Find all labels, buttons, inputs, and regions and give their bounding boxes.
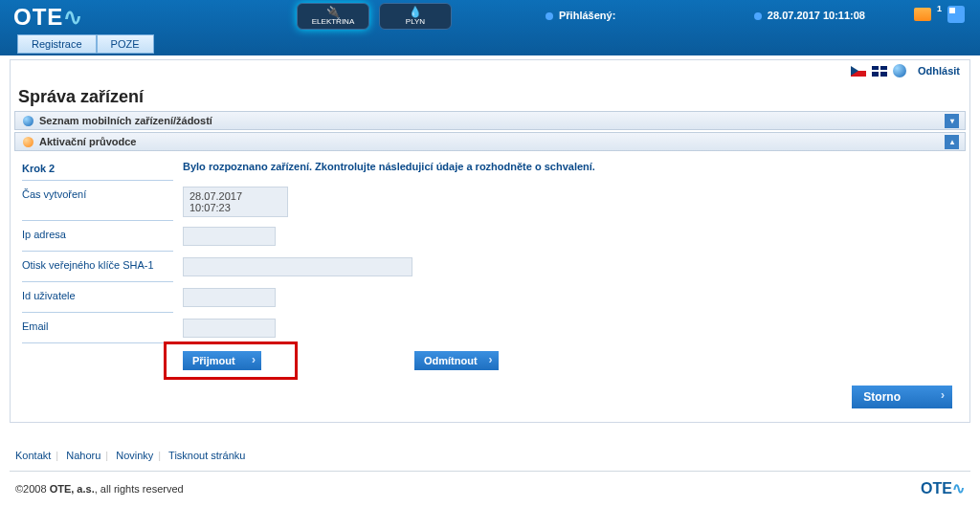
footer-logo: OTE∿ — [921, 479, 965, 497]
window-icon[interactable] — [947, 6, 965, 23]
nav-tabs: Registrace POZE — [17, 34, 154, 54]
status-dot-icon — [754, 12, 762, 20]
tab-poze[interactable]: POZE — [97, 34, 154, 54]
bullet-blue-icon — [23, 116, 33, 126]
mail-badge: 1 — [937, 4, 942, 13]
flame-icon: 💧 — [409, 7, 422, 17]
step-label: Krok 2 — [22, 157, 173, 181]
wizard-body: Krok 2 Bylo rozpoznano zařízení. Zkontro… — [11, 151, 969, 380]
label-email: Email — [22, 315, 173, 343]
tab-registrace[interactable]: Registrace — [17, 34, 97, 54]
footer-link-tisknout[interactable]: Tisknout stránku — [168, 450, 245, 461]
reject-button[interactable]: Odmítnout — [414, 351, 499, 370]
section-electricity[interactable]: 🔌 ELEKTŘINA — [297, 3, 369, 30]
accordion-wizard-label: Aktivační průvodce — [39, 136, 136, 147]
copyright-bar: ©2008 OTE, a.s., all rights reserved OTE… — [10, 471, 970, 505]
status-dot-icon — [546, 12, 553, 20]
header-datetime: 28.07.2017 10:11:08 — [754, 10, 865, 21]
top-header: OTE∿ 🔌 ELEKTŘINA 💧 PLYN Přihlášený: 28.0… — [0, 0, 980, 55]
accordion-device-list-label: Seznam mobilních zařízení/žádostí — [39, 115, 212, 126]
logged-in-label: Přihlášený: — [546, 10, 615, 21]
section-gas[interactable]: 💧 PLYN — [379, 3, 452, 30]
section-switcher: 🔌 ELEKTŘINA 💧 PLYN — [297, 3, 452, 30]
label-ip: Ip adresa — [22, 223, 173, 252]
copyright-text: ©2008 OTE, a.s., all rights reserved — [15, 483, 184, 495]
footer-link-nahoru[interactable]: Nahoru — [66, 450, 100, 461]
section-gas-label: PLYN — [406, 17, 425, 26]
value-fingerprint — [183, 257, 412, 276]
mail-icon[interactable] — [914, 8, 931, 21]
value-created: 28.07.2017 10:07:23 — [183, 187, 288, 217]
footer-link-novinky[interactable]: Novinky — [116, 450, 153, 461]
content-panel: Odhlásit Správa zařízení Seznam mobilníc… — [10, 59, 970, 423]
accordion-wizard[interactable]: Aktivační průvodce ▴ — [14, 132, 966, 151]
cancel-button[interactable]: Storno — [852, 386, 952, 408]
label-userid: Id uživatele — [22, 284, 173, 313]
logo: OTE∿ — [13, 4, 83, 31]
footer-link-kontakt[interactable]: Kontakt — [15, 450, 51, 461]
chevron-down-icon[interactable]: ▾ — [945, 114, 959, 128]
footer-links: Kontakt| Nahoru| Novinky| Tisknout strán… — [10, 444, 970, 471]
accept-button[interactable]: Přijmout — [183, 351, 261, 370]
value-userid — [183, 288, 276, 307]
header-icons: 1 — [914, 6, 965, 23]
flag-uk-icon[interactable] — [872, 66, 887, 77]
section-electricity-label: ELEKTŘINA — [312, 17, 354, 26]
label-created: Čas vytvoření — [22, 183, 173, 221]
logo-wave-icon: ∿ — [952, 480, 965, 496]
accordion-device-list[interactable]: Seznam mobilních zařízení/žádostí ▾ — [14, 111, 966, 130]
chevron-up-icon[interactable]: ▴ — [945, 135, 959, 149]
bullet-orange-icon — [23, 137, 33, 147]
plug-icon: 🔌 — [326, 7, 340, 17]
logo-wave-icon: ∿ — [63, 4, 83, 30]
wizard-info-text: Bylo rozpoznano zařízení. Zkontrolujte n… — [183, 161, 595, 172]
logo-text: OTE — [13, 4, 63, 30]
value-email — [183, 319, 276, 338]
globe-icon — [893, 64, 906, 77]
flag-cz-icon[interactable] — [851, 66, 866, 77]
logout-link[interactable]: Odhlásit — [918, 65, 960, 77]
page-title: Správa zařízení — [11, 81, 969, 111]
label-fingerprint: Otisk veřejného klíče SHA-1 — [22, 254, 173, 282]
value-ip — [183, 227, 276, 246]
footer: Kontakt| Nahoru| Novinky| Tisknout strán… — [10, 444, 970, 505]
utility-bar: Odhlásit — [11, 60, 969, 81]
